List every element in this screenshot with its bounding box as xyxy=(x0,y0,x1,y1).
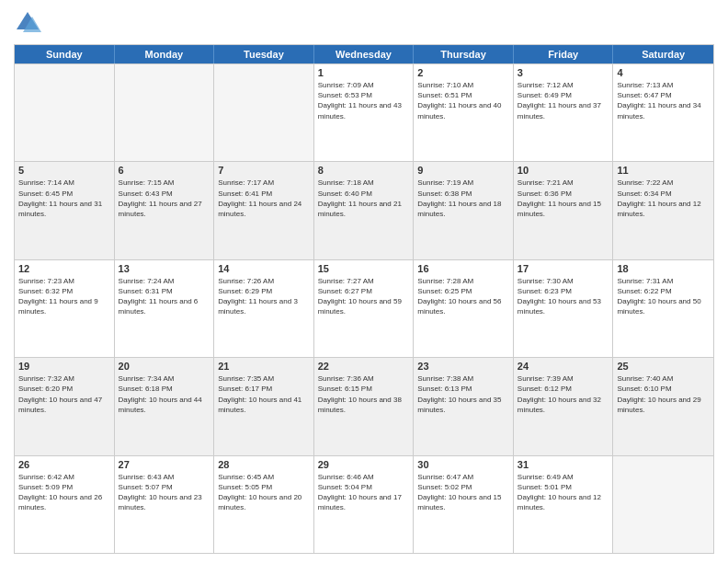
day-info: Sunrise: 6:45 AM Sunset: 5:05 PM Dayligh… xyxy=(218,472,310,513)
day-info: Sunrise: 7:35 AM Sunset: 6:17 PM Dayligh… xyxy=(218,373,310,415)
cal-cell-day-28: 28Sunrise: 6:45 AM Sunset: 5:05 PM Dayli… xyxy=(214,456,314,553)
day-number: 6 xyxy=(119,165,210,176)
cal-cell-empty xyxy=(115,64,215,161)
day-info: Sunrise: 7:10 AM Sunset: 6:51 PM Dayligh… xyxy=(417,80,509,121)
day-number: 16 xyxy=(417,263,509,274)
day-info: Sunrise: 6:42 AM Sunset: 5:09 PM Dayligh… xyxy=(18,472,110,513)
day-number: 18 xyxy=(617,263,710,274)
day-info: Sunrise: 7:32 AM Sunset: 6:20 PM Dayligh… xyxy=(18,373,110,415)
calendar: SundayMondayTuesdayWednesdayThursdayFrid… xyxy=(14,44,714,554)
day-number: 22 xyxy=(318,361,410,372)
cal-cell-day-19: 19Sunrise: 7:32 AM Sunset: 6:20 PM Dayli… xyxy=(15,358,115,454)
day-info: Sunrise: 7:21 AM Sunset: 6:36 PM Dayligh… xyxy=(518,178,609,219)
cal-cell-day-2: 2Sunrise: 7:10 AM Sunset: 6:51 PM Daylig… xyxy=(414,64,514,161)
day-number: 13 xyxy=(119,263,210,274)
cal-cell-day-16: 16Sunrise: 7:28 AM Sunset: 6:25 PM Dayli… xyxy=(414,260,514,357)
cal-cell-day-26: 26Sunrise: 6:42 AM Sunset: 5:09 PM Dayli… xyxy=(15,456,115,553)
day-info: Sunrise: 7:34 AM Sunset: 6:18 PM Dayligh… xyxy=(119,373,210,415)
cal-cell-day-25: 25Sunrise: 7:40 AM Sunset: 6:10 PM Dayli… xyxy=(613,358,713,454)
logo-icon xyxy=(14,9,41,37)
day-info: Sunrise: 7:36 AM Sunset: 6:15 PM Dayligh… xyxy=(318,373,410,415)
cal-header-tuesday: Tuesday xyxy=(214,45,314,63)
day-info: Sunrise: 7:40 AM Sunset: 6:10 PM Dayligh… xyxy=(617,373,710,415)
cal-cell-day-17: 17Sunrise: 7:30 AM Sunset: 6:23 PM Dayli… xyxy=(514,260,614,357)
cal-header-thursday: Thursday xyxy=(414,45,514,63)
day-number: 11 xyxy=(617,165,710,176)
cal-week-5: 26Sunrise: 6:42 AM Sunset: 5:09 PM Dayli… xyxy=(15,455,713,553)
day-info: Sunrise: 7:15 AM Sunset: 6:43 PM Dayligh… xyxy=(119,178,210,219)
cal-cell-day-18: 18Sunrise: 7:31 AM Sunset: 6:22 PM Dayli… xyxy=(613,260,713,357)
calendar-body: 1Sunrise: 7:09 AM Sunset: 6:53 PM Daylig… xyxy=(15,63,713,553)
day-number: 26 xyxy=(18,459,110,470)
cal-header-sunday: Sunday xyxy=(15,45,115,63)
day-number: 29 xyxy=(318,459,410,470)
cal-week-2: 5Sunrise: 7:14 AM Sunset: 6:45 PM Daylig… xyxy=(15,161,713,259)
day-number: 24 xyxy=(518,361,609,372)
day-number: 14 xyxy=(218,263,310,274)
cal-week-1: 1Sunrise: 7:09 AM Sunset: 6:53 PM Daylig… xyxy=(15,63,713,161)
day-info: Sunrise: 7:09 AM Sunset: 6:53 PM Dayligh… xyxy=(318,80,410,121)
day-info: Sunrise: 7:24 AM Sunset: 6:31 PM Dayligh… xyxy=(119,276,210,317)
day-info: Sunrise: 6:47 AM Sunset: 5:02 PM Dayligh… xyxy=(417,472,509,513)
day-info: Sunrise: 7:22 AM Sunset: 6:34 PM Dayligh… xyxy=(617,178,710,219)
cal-cell-day-27: 27Sunrise: 6:43 AM Sunset: 5:07 PM Dayli… xyxy=(115,456,215,553)
cal-cell-day-20: 20Sunrise: 7:34 AM Sunset: 6:18 PM Dayli… xyxy=(115,358,215,454)
day-number: 23 xyxy=(417,361,509,372)
cal-cell-day-21: 21Sunrise: 7:35 AM Sunset: 6:17 PM Dayli… xyxy=(214,358,314,454)
day-number: 10 xyxy=(518,165,609,176)
day-info: Sunrise: 7:12 AM Sunset: 6:49 PM Dayligh… xyxy=(518,80,609,121)
cal-cell-day-29: 29Sunrise: 6:46 AM Sunset: 5:04 PM Dayli… xyxy=(314,456,415,553)
cal-header-wednesday: Wednesday xyxy=(314,45,415,63)
cal-cell-day-7: 7Sunrise: 7:17 AM Sunset: 6:41 PM Daylig… xyxy=(214,162,314,259)
day-number: 12 xyxy=(18,263,110,274)
day-info: Sunrise: 7:31 AM Sunset: 6:22 PM Dayligh… xyxy=(617,276,710,317)
cal-cell-day-6: 6Sunrise: 7:15 AM Sunset: 6:43 PM Daylig… xyxy=(115,162,215,259)
day-info: Sunrise: 7:27 AM Sunset: 6:27 PM Dayligh… xyxy=(318,276,410,317)
cal-cell-day-9: 9Sunrise: 7:19 AM Sunset: 6:38 PM Daylig… xyxy=(414,162,514,259)
cal-cell-day-11: 11Sunrise: 7:22 AM Sunset: 6:34 PM Dayli… xyxy=(613,162,713,259)
cal-cell-day-1: 1Sunrise: 7:09 AM Sunset: 6:53 PM Daylig… xyxy=(314,64,415,161)
cal-cell-day-10: 10Sunrise: 7:21 AM Sunset: 6:36 PM Dayli… xyxy=(514,162,614,259)
cal-cell-day-8: 8Sunrise: 7:18 AM Sunset: 6:40 PM Daylig… xyxy=(314,162,415,259)
header xyxy=(14,9,714,37)
day-number: 3 xyxy=(518,67,609,78)
cal-header-saturday: Saturday xyxy=(613,45,713,63)
day-info: Sunrise: 6:49 AM Sunset: 5:01 PM Dayligh… xyxy=(518,472,609,513)
day-info: Sunrise: 7:18 AM Sunset: 6:40 PM Dayligh… xyxy=(318,178,410,219)
day-number: 4 xyxy=(617,67,710,78)
cal-header-friday: Friday xyxy=(514,45,614,63)
cal-cell-day-13: 13Sunrise: 7:24 AM Sunset: 6:31 PM Dayli… xyxy=(115,260,215,357)
day-number: 1 xyxy=(318,67,410,78)
day-number: 2 xyxy=(417,67,509,78)
calendar-header-row: SundayMondayTuesdayWednesdayThursdayFrid… xyxy=(15,45,713,63)
day-number: 5 xyxy=(18,165,110,176)
page: SundayMondayTuesdayWednesdayThursdayFrid… xyxy=(0,0,728,563)
day-number: 28 xyxy=(218,459,310,470)
day-number: 15 xyxy=(318,263,410,274)
day-info: Sunrise: 7:14 AM Sunset: 6:45 PM Dayligh… xyxy=(18,178,110,219)
cal-week-3: 12Sunrise: 7:23 AM Sunset: 6:32 PM Dayli… xyxy=(15,259,713,357)
day-info: Sunrise: 7:19 AM Sunset: 6:38 PM Dayligh… xyxy=(417,178,509,219)
day-info: Sunrise: 7:23 AM Sunset: 6:32 PM Dayligh… xyxy=(18,276,110,317)
day-number: 27 xyxy=(119,459,210,470)
day-number: 19 xyxy=(18,361,110,372)
day-info: Sunrise: 6:46 AM Sunset: 5:04 PM Dayligh… xyxy=(318,472,410,513)
cal-cell-day-30: 30Sunrise: 6:47 AM Sunset: 5:02 PM Dayli… xyxy=(414,456,514,553)
day-info: Sunrise: 7:38 AM Sunset: 6:13 PM Dayligh… xyxy=(417,373,509,415)
day-info: Sunrise: 7:13 AM Sunset: 6:47 PM Dayligh… xyxy=(617,80,710,121)
cal-cell-empty xyxy=(15,64,115,161)
cal-cell-day-31: 31Sunrise: 6:49 AM Sunset: 5:01 PM Dayli… xyxy=(514,456,614,553)
day-info: Sunrise: 7:30 AM Sunset: 6:23 PM Dayligh… xyxy=(518,276,609,317)
cal-cell-day-3: 3Sunrise: 7:12 AM Sunset: 6:49 PM Daylig… xyxy=(514,64,614,161)
cal-cell-day-22: 22Sunrise: 7:36 AM Sunset: 6:15 PM Dayli… xyxy=(314,358,415,454)
cal-cell-day-15: 15Sunrise: 7:27 AM Sunset: 6:27 PM Dayli… xyxy=(314,260,415,357)
day-number: 25 xyxy=(617,361,710,372)
cal-header-monday: Monday xyxy=(115,45,215,63)
day-info: Sunrise: 6:43 AM Sunset: 5:07 PM Dayligh… xyxy=(119,472,210,513)
day-number: 8 xyxy=(318,165,410,176)
day-info: Sunrise: 7:17 AM Sunset: 6:41 PM Dayligh… xyxy=(218,178,310,219)
cal-cell-day-24: 24Sunrise: 7:39 AM Sunset: 6:12 PM Dayli… xyxy=(514,358,614,454)
day-number: 7 xyxy=(218,165,310,176)
day-number: 17 xyxy=(518,263,609,274)
cal-cell-empty xyxy=(214,64,314,161)
